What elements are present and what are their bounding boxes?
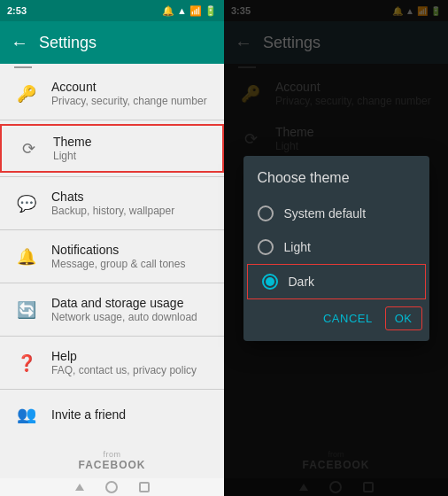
notifications-subtitle-left: Message, group & call tones: [51, 258, 185, 270]
divider-1-left: [0, 120, 224, 120]
help-text-left: Help FAQ, contact us, privacy policy: [51, 349, 197, 376]
divider-3-left: [0, 229, 224, 230]
notifications-icon-left: 🔔: [14, 244, 39, 269]
divider-4-left: [0, 283, 224, 283]
radio-system[interactable]: [258, 205, 274, 221]
chats-icon-left: 💬: [14, 191, 39, 216]
settings-item-data-left[interactable]: 🔄 Data and storage usage Network usage, …: [0, 287, 224, 332]
dialog-option-dark[interactable]: Dark: [247, 264, 426, 299]
dialog-option-dark-label: Dark: [289, 275, 315, 289]
invite-text-left: Invite a friend: [51, 407, 126, 422]
wifi-icon: ▲: [177, 5, 187, 16]
theme-subtitle-left: Light: [53, 150, 92, 162]
signal-icon: 📶: [189, 5, 202, 17]
cancel-button[interactable]: CANCEL: [314, 306, 382, 330]
radio-dark-fill: [266, 277, 274, 286]
from-label-left: from: [7, 450, 217, 459]
theme-title-left: Theme: [53, 135, 92, 149]
data-title-left: Data and storage usage: [51, 296, 197, 310]
recents-nav-left[interactable]: [139, 482, 150, 492]
chats-text-left: Chats Backup, history, wallpaper: [51, 190, 174, 217]
dialog-option-system-label: System default: [284, 206, 367, 221]
invite-icon-left: 👥: [14, 402, 39, 427]
settings-item-invite-left[interactable]: 👥 Invite a friend: [0, 393, 224, 436]
help-icon-left: ❓: [14, 351, 39, 376]
ok-button[interactable]: OK: [385, 306, 422, 330]
back-button-left[interactable]: ←: [11, 33, 28, 53]
data-icon-left: 🔄: [14, 298, 39, 322]
home-nav-left[interactable]: [105, 481, 118, 493]
dialog-actions: CANCEL OK: [243, 299, 429, 334]
dialog-option-light[interactable]: Light: [243, 230, 429, 264]
theme-text-left: Theme Light: [53, 135, 92, 162]
status-icons-left: 🔔 ▲ 📶 🔋: [162, 5, 217, 17]
brand-left: FACEBOOK: [7, 459, 217, 471]
notification-icon: 🔔: [162, 5, 174, 17]
notifications-title-left: Notifications: [51, 243, 185, 257]
battery-icon: 🔋: [205, 5, 217, 17]
footer-left: from FACEBOOK: [0, 443, 224, 478]
notifications-text-left: Notifications Message, group & call tone…: [51, 243, 185, 270]
page-title-left: Settings: [39, 34, 97, 52]
dialog-overlay: Choose theme System default Light Dark: [224, 0, 448, 496]
left-panel: 2:53 🔔 ▲ 📶 🔋 ← Settings 🔑 Account Privac…: [0, 0, 224, 496]
account-subtitle-left: Privacy, security, change number: [51, 95, 207, 107]
toolbar-left: ← Settings: [0, 21, 224, 64]
chats-subtitle-left: Backup, history, wallpaper: [51, 205, 174, 217]
divider-5-left: [0, 336, 224, 337]
dialog-option-system[interactable]: System default: [243, 197, 429, 230]
settings-list-left: 🔑 Account Privacy, security, change numb…: [0, 71, 224, 443]
settings-item-chats-left[interactable]: 💬 Chats Backup, history, wallpaper: [0, 181, 224, 226]
account-icon-left: 🔑: [14, 81, 39, 106]
chats-title-left: Chats: [51, 190, 174, 204]
account-title-left: Account: [51, 80, 207, 94]
invite-title-left: Invite a friend: [51, 407, 126, 422]
theme-icon-left: ⟳: [16, 136, 41, 161]
dialog-option-light-label: Light: [284, 240, 311, 254]
help-subtitle-left: FAQ, contact us, privacy policy: [51, 364, 197, 376]
dialog-title: Choose theme: [243, 170, 429, 197]
radio-dark[interactable]: [262, 274, 278, 290]
back-nav-left[interactable]: [75, 484, 84, 491]
help-title-left: Help: [51, 349, 197, 363]
choose-theme-dialog: Choose theme System default Light Dark: [243, 156, 429, 341]
right-panel: 3:35 🔔 ▲ 📶 🔋 ← Settings 🔑 Account Privac…: [224, 0, 448, 496]
status-bar-left: 2:53 🔔 ▲ 📶 🔋: [0, 0, 224, 21]
divider-2-left: [0, 176, 224, 177]
account-text-left: Account Privacy, security, change number: [51, 80, 207, 107]
settings-item-account-left[interactable]: 🔑 Account Privacy, security, change numb…: [0, 71, 224, 116]
nav-bar-left: [0, 478, 224, 496]
data-text-left: Data and storage usage Network usage, au…: [51, 296, 197, 323]
radio-light[interactable]: [258, 239, 274, 255]
settings-item-theme-left[interactable]: ⟳ Theme Light: [0, 124, 224, 173]
divider-6-left: [0, 389, 224, 390]
data-subtitle-left: Network usage, auto download: [51, 311, 197, 323]
divider-top-left: [14, 66, 32, 68]
settings-item-notifications-left[interactable]: 🔔 Notifications Message, group & call to…: [0, 234, 224, 279]
time-left: 2:53: [7, 5, 162, 16]
settings-item-help-left[interactable]: ❓ Help FAQ, contact us, privacy policy: [0, 340, 224, 385]
